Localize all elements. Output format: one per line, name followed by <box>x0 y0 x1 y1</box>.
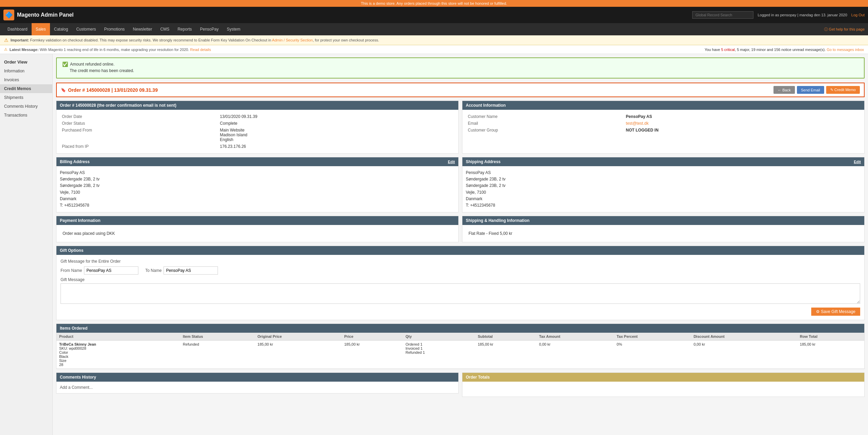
success-line-1: ✅ Amount refunded online. <box>62 62 858 67</box>
nav-item-sales[interactable]: Sales <box>32 23 50 35</box>
address-row: Billing Address Edit PensoPay AS Sønderg… <box>56 157 865 212</box>
sidebar-item-transactions[interactable]: Transactions <box>0 111 52 120</box>
col-discount-amount: Discount Amount <box>691 333 797 341</box>
product-color-label: Color <box>59 350 177 354</box>
table-row: TriBeCa Skinny Jean SKU: wpd00028 Color … <box>56 341 864 369</box>
header-user: Logged in as pensopay | mandag den 13. j… <box>758 13 847 17</box>
nav-item-system[interactable]: System <box>223 23 244 35</box>
magento-logo-icon: 🔷 <box>3 10 14 20</box>
sidebar-item-credit-memos[interactable]: Credit Memos <box>0 84 52 93</box>
shipping-edit-link[interactable]: Edit <box>854 160 861 164</box>
comments-history-block: Comments History Add a Comment... <box>56 372 459 394</box>
important-alert: ⚠ Important: Formkey validation on check… <box>0 35 868 45</box>
order-header: 🔖 Order # 145000028 | 13/01/2020 09.31.3… <box>56 83 865 97</box>
nav-item-cms[interactable]: CMS <box>156 23 174 35</box>
to-name-field: To Name <box>145 266 218 275</box>
sidebar-item-comments-history[interactable]: Comments History <box>0 102 52 111</box>
security-link[interactable]: Admin / Security Section <box>272 38 313 42</box>
payment-info-block: Payment Information Order was placed usi… <box>56 216 459 242</box>
nav-item-pensopay[interactable]: PensoPay <box>196 23 223 35</box>
shipping-info-block: Shipping & Handling Information Flat Rat… <box>462 216 865 242</box>
payment-text: Order was placed using DKK <box>60 228 455 239</box>
latest-alert: ⚠ Latest Message: With Magento 1 reachin… <box>0 45 868 54</box>
discount-amount-cell: 0,00 kr <box>691 341 797 369</box>
qty-refunded: Refunded 1 <box>406 350 472 354</box>
logo-text: Magento Admin Panel <box>17 12 74 18</box>
qty-cell: Ordered 1 Invoiced 1 Refunded 1 <box>403 341 475 369</box>
sidebar-item-invoices[interactable]: Invoices <box>0 75 52 84</box>
customer-group-row: Customer Group NOT LOGGED IN <box>466 127 861 134</box>
col-product: Product <box>56 333 180 341</box>
from-name-input[interactable] <box>84 266 138 275</box>
order-totals-header: Order Totals <box>462 373 864 382</box>
order-info-block: Order # 145000028 (the order confirmatio… <box>56 101 459 154</box>
shipping-address-body: PensoPay AS Søndergade 23B, 2 tv Sønderg… <box>462 166 864 212</box>
col-item-status: Item Status <box>180 333 255 341</box>
account-info-header: Account Information <box>462 101 864 110</box>
to-name-input[interactable] <box>164 266 218 275</box>
critical-count: 5 critical <box>721 48 735 52</box>
nav-item-dashboard[interactable]: Dashboard <box>3 23 32 35</box>
items-ordered-block: Items Ordered Product Item Status Origin… <box>56 324 865 369</box>
product-size-value: 28 <box>59 363 177 367</box>
col-qty: Qty <box>403 333 475 341</box>
to-name-label: To Name <box>145 268 161 273</box>
credit-memo-button[interactable]: ✎ Credit Memo <box>826 86 860 94</box>
billing-edit-link[interactable]: Edit <box>448 160 455 164</box>
order-account-row: Order # 145000028 (the order confirmatio… <box>56 101 865 154</box>
account-info-block: Account Information Customer Name PensoP… <box>462 101 865 154</box>
order-info-table: Order Date 13/01/2020 09.31.39 Order Sta… <box>60 113 455 150</box>
order-actions: ← Back Send Email ✎ Credit Memo <box>773 86 860 94</box>
product-color-value: Black <box>59 354 177 359</box>
purchased-from-row: Purchased From Main Website Madison Isla… <box>60 127 455 143</box>
product-size-label: Size <box>59 359 177 363</box>
payment-info-body: Order was placed using DKK <box>56 225 458 242</box>
nav-item-reports[interactable]: Reports <box>173 23 196 35</box>
items-ordered-header: Items Ordered <box>56 324 864 333</box>
gift-options-header: Gift Options <box>56 246 864 255</box>
gift-message-textarea[interactable] <box>61 283 860 304</box>
nav-item-customers[interactable]: Customers <box>72 23 100 35</box>
order-totals-block: Order Totals <box>462 372 865 397</box>
nav-item-catalog[interactable]: Catalog <box>50 23 72 35</box>
sidebar-item-information[interactable]: Information <box>0 67 52 75</box>
nav-item-newsletter[interactable]: Newsletter <box>129 23 156 35</box>
send-email-button[interactable]: Send Email <box>797 86 824 94</box>
add-comment-placeholder: Add a Comment... <box>60 385 93 390</box>
gift-options-block: Gift Options Gift Message for the Entire… <box>56 246 865 320</box>
items-table: Product Item Status Original Price Price… <box>56 333 864 369</box>
items-table-header-row: Product Item Status Original Price Price… <box>56 333 864 341</box>
payment-info-header: Payment Information <box>56 216 458 225</box>
from-name-field: From Name <box>61 266 138 275</box>
save-gift-message-button[interactable]: ⚙ Save Gift Message <box>811 308 860 316</box>
account-info-table: Customer Name PensoPay AS Email test@tes… <box>466 113 861 134</box>
info-icon: ⚠ <box>4 47 7 52</box>
shipping-info-header: Shipping & Handling Information <box>462 216 864 225</box>
row-total-cell: 185,00 kr <box>797 341 864 369</box>
back-button[interactable]: ← Back <box>773 86 795 94</box>
sidebar-item-shipments[interactable]: Shipments <box>0 93 52 102</box>
help-link[interactable]: ⓘ Get help for this page <box>824 27 865 32</box>
warning-icon: ⚠ <box>4 37 8 43</box>
logout-link[interactable]: Log Out <box>851 13 865 17</box>
nav-bar: Dashboard Sales Catalog Customers Promot… <box>0 23 868 35</box>
order-info-body: Order Date 13/01/2020 09.31.39 Order Sta… <box>56 110 458 153</box>
shipping-address-header: Shipping Address Edit <box>462 157 864 166</box>
gift-message-label: Gift Message <box>61 277 860 282</box>
demo-bar: This is a demo store. Any orders placed … <box>0 0 868 7</box>
go-to-messages-link[interactable]: Go to messages inbox <box>827 48 864 52</box>
col-price: Price <box>341 333 403 341</box>
comments-body: Add a Comment... <box>56 382 458 393</box>
email-link[interactable]: test@test.dk <box>626 121 649 126</box>
col-row-total: Row Total <box>797 333 864 341</box>
global-search-input[interactable] <box>692 11 753 19</box>
product-cell: TriBeCa Skinny Jean SKU: wpd00028 Color … <box>56 341 180 369</box>
success-box: ✅ Amount refunded online. The credit mem… <box>56 57 865 79</box>
shipping-address-block: Shipping Address Edit PensoPay AS Sønder… <box>462 157 865 212</box>
gift-subtitle: Gift Message for the Entire Order <box>61 259 860 264</box>
item-status-cell: Refunded <box>180 341 255 369</box>
read-details-link[interactable]: Read details <box>190 48 211 52</box>
nav-item-promotions[interactable]: Promotions <box>100 23 129 35</box>
col-original-price: Original Price <box>255 333 341 341</box>
tax-amount-cell: 0,00 kr <box>537 341 614 369</box>
